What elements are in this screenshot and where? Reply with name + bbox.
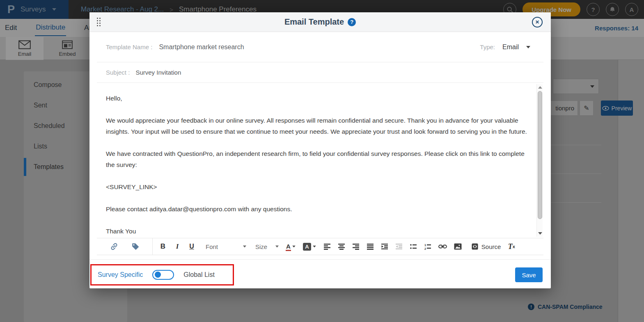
size-select[interactable]: Size <box>255 243 279 250</box>
align-center-button[interactable] <box>338 243 345 250</box>
type-label: Type: <box>480 43 495 50</box>
justify-button[interactable] <box>367 243 374 250</box>
scroll-down-icon[interactable] <box>538 232 542 235</box>
remove-format-letter: T <box>508 242 513 251</box>
decrease-indent-button[interactable] <box>395 243 403 250</box>
tag-icon <box>131 242 140 251</box>
background-color-icon: A <box>303 243 311 251</box>
size-select-label: Size <box>255 243 267 250</box>
chevron-down-icon <box>313 246 316 248</box>
toolbar-main-group: B I U Font Size A A <box>153 242 515 251</box>
list-scope-highlight: Survey Specific Global List <box>90 264 234 285</box>
source-icon <box>471 243 479 250</box>
subject-label: Subject : <box>106 69 130 76</box>
body-paragraph: Thank You <box>106 226 527 237</box>
subject-row: Subject : Survey Invitation <box>97 62 543 83</box>
scroll-up-icon[interactable] <box>538 86 542 89</box>
align-left-button[interactable] <box>323 243 331 250</box>
global-list-label: Global List <box>183 271 215 279</box>
footer-divider <box>89 259 551 260</box>
text-color-button[interactable]: A <box>286 243 296 251</box>
modal-title: Email Template <box>284 17 344 27</box>
source-label: Source <box>481 243 501 250</box>
chevron-down-icon <box>526 46 530 48</box>
editor-toolbar: B I U Font Size A A <box>97 238 543 255</box>
svg-text:2: 2 <box>424 247 426 251</box>
underline-button[interactable]: U <box>188 243 195 250</box>
merge-tag-button[interactable] <box>131 242 140 251</box>
email-body-editor[interactable]: Hello, We would appreciate your feedback… <box>97 83 543 238</box>
drag-handle-icon[interactable] <box>97 18 101 26</box>
body-paragraph: Please contact aditya.datar@questionpro.… <box>106 203 527 215</box>
align-left-icon <box>323 243 331 250</box>
numbered-list-icon: 12 <box>424 243 431 250</box>
editor-scrollbar[interactable] <box>536 84 543 237</box>
font-select[interactable]: Font <box>206 243 247 250</box>
bold-button[interactable]: B <box>159 242 167 251</box>
scrollbar-thumb[interactable] <box>538 91 542 219</box>
template-name-label: Template Name : <box>106 43 152 50</box>
svg-text:1: 1 <box>424 243 426 247</box>
align-right-button[interactable] <box>352 243 360 250</box>
insert-image-button[interactable] <box>454 243 462 250</box>
body-paragraph: Hello, <box>106 93 527 104</box>
email-template-modal: Email Template ? ✕ Template Name : Smart… <box>89 12 551 288</box>
toggle-knob <box>155 272 161 278</box>
toolbar-left-group <box>97 238 153 255</box>
font-select-label: Font <box>206 243 218 250</box>
link-icon <box>110 242 118 251</box>
justify-icon <box>367 243 374 250</box>
remove-format-button[interactable]: Tx <box>508 242 515 251</box>
outdent-icon <box>395 243 403 250</box>
background-color-button[interactable]: A <box>303 243 316 251</box>
modal-header: Email Template ? ✕ <box>89 12 551 32</box>
align-right-icon <box>352 243 360 250</box>
insert-link-button[interactable] <box>110 242 118 251</box>
chevron-down-icon <box>275 246 279 248</box>
body-paragraph: <SURVEY_LINK> <box>106 181 527 192</box>
template-name-input[interactable]: Smartphone market research <box>159 43 244 51</box>
body-paragraph: We have contracted with QuestionPro, an … <box>106 148 527 170</box>
indent-icon <box>381 243 388 250</box>
type-value: Email <box>502 43 519 51</box>
help-icon[interactable]: ? <box>348 18 356 26</box>
numbered-list-button[interactable]: 12 <box>424 243 431 250</box>
text-color-icon: A <box>286 243 291 251</box>
bulleted-list-button[interactable] <box>410 243 417 250</box>
italic-button[interactable]: I <box>174 242 181 251</box>
remove-format-sub: x <box>513 244 515 249</box>
subject-input[interactable]: Survey Invitation <box>135 69 181 76</box>
chain-link-icon <box>438 244 447 249</box>
source-button[interactable]: Source <box>471 243 501 250</box>
hyperlink-button[interactable] <box>438 244 447 249</box>
bulleted-list-icon <box>410 243 417 250</box>
body-paragraph: We would appreciate your feedback in our… <box>106 115 527 137</box>
type-dropdown[interactable]: Type: Email <box>480 43 530 51</box>
template-name-row: Template Name : Smartphone market resear… <box>97 32 543 62</box>
list-scope-toggle[interactable] <box>152 270 174 280</box>
image-icon <box>454 243 462 250</box>
chevron-down-icon <box>292 246 296 248</box>
save-button[interactable]: Save <box>515 267 543 282</box>
increase-indent-button[interactable] <box>381 243 388 250</box>
app-screen: P Surveys Market Research - Aug 2... > S… <box>0 0 644 322</box>
close-icon[interactable]: ✕ <box>532 17 543 27</box>
align-center-icon <box>338 243 345 250</box>
chevron-down-icon <box>243 246 246 248</box>
survey-specific-label: Survey Specific <box>98 271 143 279</box>
